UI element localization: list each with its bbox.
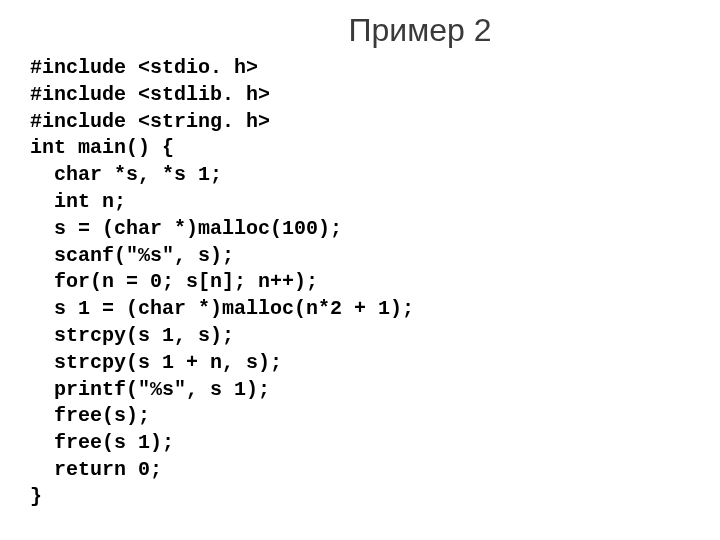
slide-title: Пример 2 bbox=[30, 12, 690, 49]
code-block: #include <stdio. h> #include <stdlib. h>… bbox=[30, 55, 690, 511]
